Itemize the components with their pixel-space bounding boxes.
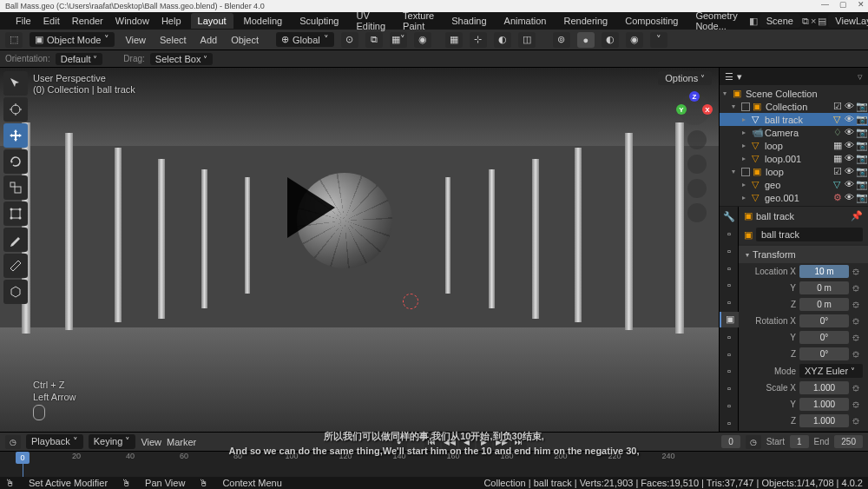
menu-edit[interactable]: Edit (38, 14, 65, 28)
tool-select[interactable] (3, 71, 28, 96)
scale-x-input[interactable]: 1.000 (799, 381, 849, 394)
close-icon[interactable]: ✕ (858, 0, 865, 9)
nav-zoom-icon[interactable] (687, 130, 707, 149)
lock-icon[interactable]: ⯐ (852, 284, 863, 293)
tool-rotate[interactable] (3, 149, 28, 174)
object-name-input[interactable]: ball track (756, 228, 863, 241)
playhead[interactable]: 0 (23, 452, 23, 477)
tool-annotate[interactable] (3, 228, 28, 252)
loc-y-input[interactable]: 0 m (799, 281, 849, 294)
play-reverse-icon[interactable]: ◀ (459, 435, 475, 449)
tool-measure[interactable] (3, 254, 28, 278)
end-frame[interactable]: 250 (834, 435, 863, 448)
rot-z-input[interactable]: 0° (799, 347, 849, 360)
tree-row-balltrack[interactable]: ▸▽ball track▽👁📷 (720, 113, 868, 126)
viewport-options[interactable]: Options ˅ (658, 71, 712, 85)
nav-camera-icon[interactable] (687, 179, 707, 198)
gizmo-icon[interactable]: ⊹ (470, 32, 487, 48)
rot-y-input[interactable]: 0° (799, 331, 849, 344)
outliner-search-input[interactable] (746, 72, 854, 82)
tab-texturepaint[interactable]: Texture Paint (396, 8, 441, 34)
shading-render-icon[interactable]: ◉ (626, 32, 643, 48)
tree-row-collection[interactable]: ▾▣Collection☑👁📷 (720, 100, 868, 113)
overlay-icon[interactable]: ◐ (494, 32, 511, 48)
pivot-icon[interactable]: ⊙ (341, 32, 358, 48)
display-mode-icon[interactable]: ▾ (737, 71, 742, 83)
preview-range-icon[interactable]: ◷ (746, 435, 761, 449)
tab-layout[interactable]: Layout (191, 13, 233, 29)
axis-x-icon[interactable]: X (702, 104, 713, 115)
axis-z-icon[interactable]: Z (689, 91, 700, 102)
current-frame[interactable]: 0 (721, 435, 740, 448)
header-view[interactable]: View (122, 35, 149, 45)
minimize-icon[interactable]: — (821, 0, 829, 9)
maximize-icon[interactable]: ▢ (839, 0, 847, 9)
nav-pan-icon[interactable] (687, 155, 707, 174)
crumb-object[interactable]: ball track (756, 211, 794, 221)
viewlayer-selector[interactable]: ViewLayer (828, 14, 868, 28)
new-scene-icon[interactable]: ⧉ (802, 15, 809, 27)
tree-row-loop-col[interactable]: ▾▣loop☑👁📷 (720, 165, 868, 178)
play-icon[interactable]: ▶ (477, 435, 492, 449)
timeline-track[interactable]: 020406080100120140160180200220240 0 (0, 451, 868, 477)
loc-x-input[interactable]: 10 m (799, 265, 849, 278)
timeline-playback[interactable]: Playback ˅ (26, 434, 83, 449)
proptab-data-icon[interactable]: ▫ (720, 397, 739, 413)
tree-row-camera[interactable]: ▸📹Camera♢👁📷 (720, 126, 868, 139)
proptab-constraint-icon[interactable]: ▫ (720, 380, 739, 397)
menu-file[interactable]: File (10, 14, 36, 28)
tab-uv[interactable]: UV Editing (349, 8, 392, 34)
tab-rendering[interactable]: Rendering (556, 13, 615, 29)
tree-row-loop001[interactable]: ▸▽loop.001▦👁📷 (720, 152, 868, 165)
tool-cursor[interactable] (3, 97, 28, 122)
shading-matprev-icon[interactable]: ◐ (602, 32, 619, 48)
jump-end-icon[interactable]: ⏭ (511, 435, 527, 449)
vis-mesh-icon[interactable]: ▦ (445, 32, 463, 48)
proptab-scene-icon[interactable]: ▫ (720, 277, 739, 294)
tool-scale[interactable] (3, 175, 28, 200)
timeline-marker[interactable]: Marker (167, 437, 196, 447)
proptab-tool-icon[interactable]: 🔧 (720, 208, 739, 225)
tree-row-loop[interactable]: ▸▽loop▦👁📷 (720, 139, 868, 152)
proptab-output-icon[interactable]: ▫ (720, 243, 739, 260)
tab-modeling[interactable]: Modeling (237, 13, 290, 29)
jump-start-icon[interactable]: ⏮ (424, 435, 440, 449)
3d-viewport[interactable]: User Perspective (0) Collection | ball t… (0, 68, 719, 432)
lock-icon[interactable]: ⯐ (852, 400, 863, 409)
shading-wire-icon[interactable]: ⊚ (553, 32, 570, 48)
scale-z-input[interactable]: 1.000 (799, 414, 849, 427)
pin-icon[interactable]: 📌 (851, 210, 863, 221)
menu-help[interactable]: Help (156, 14, 187, 28)
menu-window[interactable]: Window (110, 14, 155, 28)
tab-shading[interactable]: Shading (444, 13, 493, 29)
tree-row-scene[interactable]: ▾▣Scene Collection (720, 87, 868, 100)
keyframe-prev-icon[interactable]: ◀◀ (442, 435, 457, 449)
lock-icon[interactable]: ⯐ (852, 301, 863, 309)
proportional-icon[interactable]: ◉ (414, 32, 431, 48)
tree-row-geo001[interactable]: ▸▽geo.001⚙👁📷 (720, 191, 868, 204)
filter-icon[interactable]: ▿ (858, 71, 863, 83)
header-select[interactable]: Select (156, 35, 190, 45)
tab-compositing[interactable]: Compositing (618, 13, 685, 29)
orientation-value[interactable]: Default ˅ (56, 53, 103, 65)
editor-type-outliner-icon[interactable]: ☰ (725, 71, 733, 83)
lock-icon[interactable]: ⯐ (852, 334, 863, 342)
axis-y-icon[interactable]: Y (676, 104, 687, 115)
tab-animation[interactable]: Animation (497, 13, 554, 29)
snap-type-icon[interactable]: ▦˅ (390, 32, 407, 48)
autokey-icon[interactable]: ● (391, 435, 407, 449)
nav-ortho-icon[interactable] (687, 203, 707, 222)
xray-icon[interactable]: ◫ (518, 32, 536, 48)
editor-type-timeline-icon[interactable]: ◷ (5, 435, 21, 449)
shading-solid-icon[interactable]: ● (577, 32, 595, 48)
tool-move[interactable] (3, 123, 28, 148)
header-add[interactable]: Add (197, 35, 221, 45)
loc-z-input[interactable]: 0 m (799, 298, 849, 311)
timeline-view[interactable]: View (141, 437, 161, 447)
lock-icon[interactable]: ⯐ (852, 417, 863, 426)
rot-x-input[interactable]: 0° (799, 314, 849, 327)
lock-icon[interactable]: ⯐ (852, 384, 863, 393)
transform-panel-header[interactable]: ▾Transform (739, 246, 868, 263)
snap-toggle-icon[interactable]: ⧉ (365, 32, 383, 48)
proptab-material-icon[interactable]: ▫ (720, 414, 739, 431)
